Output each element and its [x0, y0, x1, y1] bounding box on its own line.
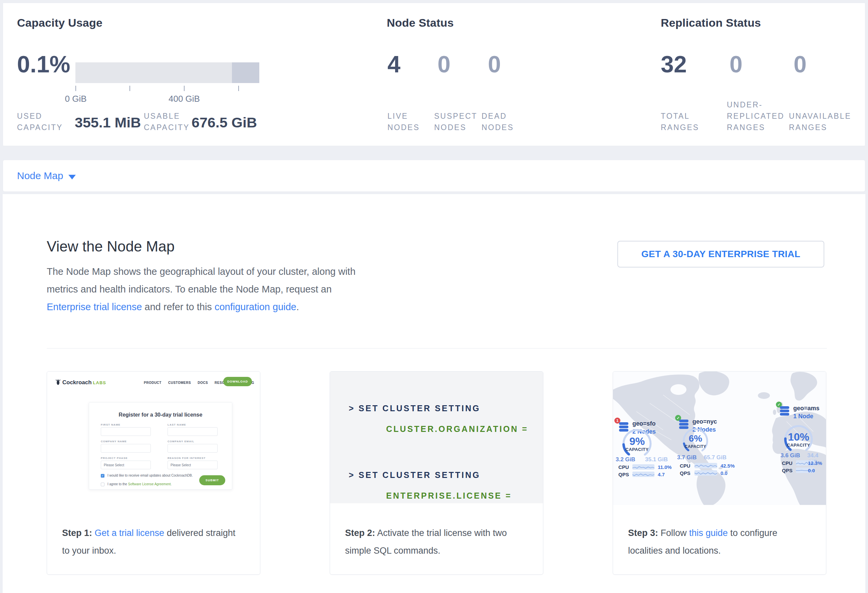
- suspect-nodes-label: SUSPECTNODES: [434, 110, 478, 133]
- cockroach-labs-logo: CockroachLABS: [55, 379, 106, 386]
- cpu-value: 12.3%: [808, 460, 822, 466]
- promo-text: .: [296, 302, 299, 312]
- checkbox-label: I agree to the Software License Agreemen…: [108, 482, 171, 486]
- thumbnail-download-button: DOWNLOAD: [223, 377, 252, 386]
- step-1-card: CockroachLABS PRODUCTCUSTOMERSDOCSRESOUR…: [47, 371, 260, 575]
- capacity-used-percent: 0.1%: [17, 50, 71, 78]
- step-2-caption: Step 2: Activate the trial license with …: [345, 524, 528, 560]
- get-trial-button[interactable]: GET A 30-DAY ENTERPRISE TRIAL: [617, 241, 824, 268]
- enterprise-trial-license-link[interactable]: Enterprise trial license: [47, 302, 142, 312]
- capacity-usage-bar: [75, 62, 259, 83]
- cpu-label: CPU: [782, 460, 793, 466]
- capacity-usage-title: Capacity Usage: [17, 16, 102, 29]
- used-capacity-value: 355.1 MiB: [75, 115, 141, 131]
- live-nodes-count: 4: [387, 50, 400, 78]
- node-map-thumbnail: 1 geo=sfo 2 Nodes 9%CAPACITY 3.2 GiB 35.…: [613, 372, 826, 505]
- locality-node-count: 1 Node: [793, 413, 813, 420]
- promo-text: The Node Map shows the geographical layo…: [47, 266, 356, 294]
- under-replicated-ranges-count: 0: [729, 50, 743, 78]
- axis-tick-label: 0 GiB: [51, 94, 101, 104]
- axis-tick: [184, 86, 185, 91]
- used-capacity-label: USEDCAPACITY: [17, 110, 63, 133]
- suspect-nodes-count: 0: [437, 50, 450, 78]
- node-map-dropdown[interactable]: Node Map: [17, 170, 63, 181]
- chevron-down-icon: [68, 175, 76, 180]
- unavailable-ranges-label: UNAVAILABLERANGES: [789, 110, 851, 133]
- thumbnail-submit-button: SUBMIT: [199, 475, 225, 485]
- replication-status-title: Replication Status: [661, 16, 761, 29]
- form-field-label: REASON FOR INTEREST: [168, 456, 205, 460]
- checkbox-label: I would like to receive email updates ab…: [108, 474, 193, 477]
- used-capacity: 3.6 GiB: [781, 452, 800, 459]
- sql-line: > SET CLUSTER SETTING: [349, 470, 480, 480]
- promo-text: and refer to this: [142, 302, 215, 312]
- form-field-label: PROJECT PHASE: [101, 456, 128, 460]
- total-ranges-label: TOTALRANGES: [661, 110, 699, 133]
- form-input: [168, 444, 218, 453]
- dead-nodes-label: DEADNODES: [481, 110, 514, 133]
- this-guide-link[interactable]: this guide: [689, 528, 728, 538]
- locality-name: geo=ams: [793, 405, 819, 412]
- trial-license-form: Register for a 30-day trial license FIRS…: [89, 402, 232, 490]
- trial-signup-thumbnail: CockroachLABS PRODUCTCUSTOMERSDOCSRESOUR…: [47, 372, 260, 502]
- step-1-caption: Step 1: Get a trial license delivered st…: [62, 524, 245, 560]
- dead-nodes-count: 0: [488, 50, 501, 78]
- cluster-overview-page: Capacity Usage 0.1% 0 GiB 400 GiB USEDCA…: [0, 0, 868, 593]
- sql-line: CLUSTER.ORGANIZATION =: [386, 424, 528, 434]
- form-input: [168, 427, 218, 436]
- checkbox-unchecked-icon: [101, 483, 105, 486]
- axis-tick: [130, 86, 130, 91]
- axis-tick-label: 400 GiB: [159, 94, 209, 104]
- step-2-card: > SET CLUSTER SETTING CLUSTER.ORGANIZATI…: [330, 371, 543, 575]
- checkbox-checked-icon: ✓: [101, 474, 105, 478]
- capacity-ring: 10%CAPACITY: [784, 424, 813, 454]
- form-input: [101, 427, 151, 436]
- database-stack-icon: [779, 406, 790, 416]
- sql-line: ENTERPRISE.LICENSE =: [386, 491, 512, 500]
- view-selector-bar[interactable]: Node Map: [3, 160, 865, 192]
- form-input: [101, 444, 151, 453]
- usable-capacity-label: USABLECAPACITY: [144, 110, 190, 133]
- sql-commands-panel: > SET CLUSTER SETTING CLUSTER.ORGANIZATI…: [330, 372, 543, 503]
- configuration-guide-link[interactable]: configuration guide: [215, 302, 296, 312]
- node-map-promo-section: View the Node Map GET A 30-DAY ENTERPRIS…: [3, 194, 865, 593]
- promo-description: The Node Map shows the geographical layo…: [47, 263, 372, 316]
- sql-line: > SET CLUSTER SETTING: [349, 403, 480, 413]
- promo-heading: View the Node Map: [47, 238, 174, 255]
- form-select: Please Select: [168, 461, 218, 469]
- get-trial-license-link[interactable]: Get a trial license: [95, 528, 164, 538]
- form-field-label: COMPANY EMAIL: [168, 440, 194, 443]
- qps-value: 0.0: [808, 468, 815, 473]
- node-status-title: Node Status: [387, 16, 454, 29]
- form-select: Please Select: [101, 461, 151, 469]
- usable-capacity-value: 676.5 GiB: [192, 115, 257, 131]
- step-3-caption: Step 3: Follow this guide to configure l…: [628, 524, 811, 560]
- step-3-card: 1 geo=sfo 2 Nodes 9%CAPACITY 3.2 GiB 35.…: [613, 371, 826, 575]
- axis-tick: [238, 86, 239, 91]
- live-nodes-label: LIVENODES: [387, 110, 420, 133]
- qps-label: QPS: [782, 468, 793, 473]
- section-divider: [47, 348, 827, 349]
- cluster-summary-panel: Capacity Usage 0.1% 0 GiB 400 GiB USEDCA…: [3, 3, 865, 146]
- form-field-label: FIRST NAME: [101, 423, 121, 426]
- form-field-label: LAST NAME: [168, 423, 186, 426]
- locality-ams: ✓ geo=ams 1 Node 10%CAPACITY 3.6 GiB 34.…: [613, 372, 826, 505]
- unavailable-ranges-count: 0: [794, 50, 807, 78]
- capacity-bar-nonusable-segment: [232, 62, 259, 83]
- under-replicated-ranges-label: UNDER-REPLICATEDRANGES: [727, 99, 785, 133]
- form-field-label: COMPANY NAME: [101, 440, 127, 443]
- axis-tick: [75, 86, 76, 91]
- total-ranges-count: 32: [661, 50, 687, 78]
